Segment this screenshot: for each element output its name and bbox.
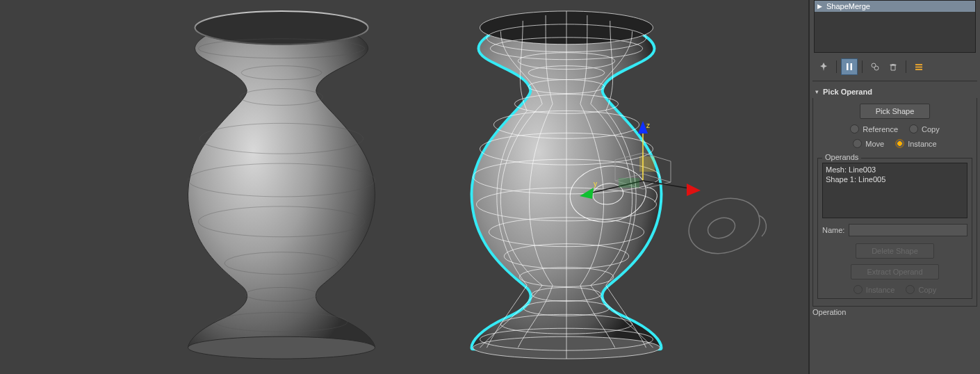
group-legend: Operands (822, 153, 861, 161)
radio-move[interactable]: Move (853, 139, 884, 148)
delete-shape-button[interactable]: Delete Shape (856, 243, 934, 259)
command-panel: ▶ ShapeMerge (808, 0, 980, 374)
radio-label: Instance (908, 140, 937, 148)
svg-rect-52 (915, 67, 922, 68)
svg-rect-48 (851, 63, 853, 70)
modifier-stack-item[interactable]: ▶ ShapeMerge (815, 1, 975, 12)
show-end-result-icon[interactable] (841, 58, 858, 75)
operand-item[interactable]: Shape 1: Line005 (826, 174, 964, 184)
configure-modifier-sets-icon[interactable] (910, 58, 927, 75)
modifier-toolbar (812, 57, 977, 81)
svg-point-36 (705, 215, 738, 242)
svg-point-35 (682, 190, 767, 262)
svg-rect-53 (915, 69, 922, 70)
operand-name-input[interactable] (849, 224, 967, 236)
viewport[interactable]: z y (0, 0, 808, 374)
vase-shaded (160, 0, 403, 374)
operands-group: Operands Mesh: Line003 Shape 1: Line005 … (817, 158, 972, 299)
extract-operand-button[interactable]: Extract Operand (851, 264, 938, 279)
radio-instance[interactable]: Instance (895, 139, 937, 148)
vase-wireframe-selected[interactable] (445, 0, 688, 374)
svg-rect-47 (847, 63, 849, 70)
radio-label: Copy (922, 125, 940, 133)
operands-listbox[interactable]: Mesh: Line003 Shape 1: Line005 (822, 163, 967, 218)
radio-extract-copy: Copy (906, 285, 936, 294)
radio-reference[interactable]: Reference (850, 124, 898, 133)
operand-item[interactable]: Mesh: Line003 (826, 165, 964, 174)
chevron-down-icon: ▾ (815, 88, 819, 95)
pick-shape-button[interactable]: Pick Shape (860, 104, 931, 119)
rollout-title: Pick Operand (823, 88, 872, 96)
make-unique-icon[interactable] (867, 58, 883, 75)
svg-rect-51 (915, 64, 922, 65)
expand-icon[interactable]: ▶ (817, 3, 822, 10)
rollout-header[interactable]: ▾ Pick Operand (812, 86, 977, 98)
radio-label: Move (865, 140, 884, 148)
radio-copy[interactable]: Copy (909, 124, 940, 133)
radio-label: Copy (918, 286, 936, 294)
radio-label: Reference (863, 125, 898, 133)
operand-shape-wire[interactable] (681, 181, 771, 264)
rollout-pick-operand: ▾ Pick Operand Pick Shape Reference Copy (812, 86, 977, 307)
modifier-stack[interactable]: ▶ ShapeMerge (814, 0, 976, 53)
name-label: Name: (822, 226, 844, 234)
radio-extract-instance: Instance (854, 285, 895, 294)
radio-label: Instance (866, 286, 895, 294)
remove-modifier-icon[interactable] (885, 58, 901, 75)
pin-stack-icon[interactable] (815, 58, 832, 75)
svg-point-50 (874, 66, 879, 70)
rollout-operation-title[interactable]: Operation (812, 308, 977, 316)
svg-point-2 (188, 336, 375, 359)
modifier-name: ShapeMerge (826, 2, 870, 10)
